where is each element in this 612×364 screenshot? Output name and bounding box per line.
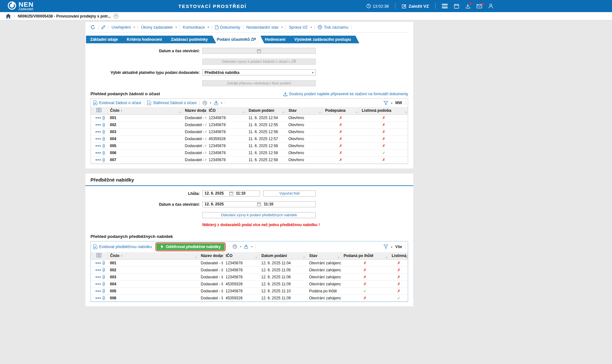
info-icon[interactable] (103, 275, 105, 279)
request-row[interactable]: 001 Dodavatel - školení 2 12345678 11. 6… (91, 114, 408, 121)
info-icon[interactable] (103, 282, 105, 286)
edit-record-icon[interactable] (101, 25, 105, 29)
menu-komunikace[interactable]: Komunikace (183, 25, 209, 30)
column-header[interactable]: Listinná podoba (389, 252, 408, 260)
row-menu-icon[interactable] (96, 269, 101, 271)
filter-caret-icon[interactable] (319, 110, 321, 114)
menu-dokumenty[interactable]: Dokumenty (215, 25, 240, 30)
filter-caret-icon[interactable] (405, 255, 407, 259)
filter-caret-icon[interactable] (195, 255, 197, 259)
decrypt-offers-button[interactable]: Odšifrovat předběžné nabídky (156, 243, 225, 250)
submission-type-select[interactable]: Předběžná nabídka (202, 69, 316, 75)
row-menu-icon[interactable] (96, 276, 101, 278)
info-icon[interactable] (103, 268, 105, 272)
column-header[interactable]: IČO (206, 107, 246, 114)
row-menu-icon[interactable] (96, 117, 101, 118)
offer-row[interactable]: 001 Dodavatel - školení 2 12345678 12. 6… (91, 260, 408, 267)
filter-icon[interactable] (384, 245, 388, 249)
offer-row[interactable]: 006 Dodavatel - školení 6 45359326 12. 6… (91, 295, 408, 302)
column-header[interactable]: Podaná po lhůtě (341, 252, 389, 260)
filter-caret-icon[interactable] (242, 110, 244, 114)
submission-files-link[interactable]: Soubory podání najdete připravené ke sta… (283, 92, 408, 96)
column-header[interactable]: Název dodavatele (182, 107, 206, 114)
info-icon[interactable] (103, 123, 105, 127)
menu-nestandardni-stav[interactable]: Nestandardní stav (246, 25, 283, 30)
column-header[interactable]: Listinná podoba (359, 107, 408, 114)
filter-caret-icon[interactable] (203, 110, 205, 114)
tab-vysledek-zadavaciho-postupu[interactable]: Výsledek zadávacího postupu (290, 36, 359, 43)
row-menu-icon[interactable] (96, 283, 101, 285)
view-caret-icon[interactable] (391, 245, 392, 249)
column-header[interactable]: Stav (286, 107, 322, 114)
menu-icon[interactable] (442, 4, 448, 8)
filter-icon[interactable] (384, 101, 388, 105)
info-icon[interactable] (103, 261, 105, 265)
export-table-button[interactable] (214, 101, 222, 105)
row-menu-icon[interactable] (96, 131, 101, 132)
offer-row[interactable]: 003 Dodavatel - školení 5 12345678 12. 6… (91, 274, 408, 281)
filter-caret-icon[interactable] (179, 110, 181, 114)
filter-caret-icon[interactable] (282, 110, 284, 114)
request-row[interactable]: 006 Dodavatel - školení 8 12345678 11. 6… (91, 149, 408, 156)
view-selector[interactable]: Vše (395, 245, 402, 249)
offer-row[interactable]: 005 Dodavatel - školení 8 12345678 12. 6… (91, 288, 408, 295)
column-header[interactable]: Název dodavatele (198, 252, 223, 260)
column-header[interactable]: Datum podání (246, 107, 286, 114)
info-icon[interactable] (103, 158, 105, 162)
info-icon[interactable] (103, 130, 105, 134)
filter-caret-icon[interactable] (255, 255, 257, 259)
download-requests-button[interactable]: Stáhnout žádosti o účast (147, 101, 197, 105)
info-icon[interactable] (103, 289, 105, 293)
column-header[interactable]: Stav (306, 252, 341, 260)
calculate-deadlines-button[interactable]: Výpočet lhůt (263, 190, 316, 196)
row-menu-icon[interactable] (96, 159, 101, 161)
filter-caret-icon[interactable] (337, 255, 339, 259)
nen-logo[interactable] (8, 1, 16, 10)
calendar-button[interactable] (454, 4, 459, 9)
info-icon[interactable] (103, 116, 105, 120)
request-row[interactable]: 007 Dodavatel - školení 8 12345678 11. 6… (91, 156, 408, 163)
menu-sprava-vz[interactable]: Správa VZ (289, 25, 312, 30)
info-icon[interactable] (103, 144, 105, 148)
calendar-icon[interactable] (228, 191, 234, 195)
calendar-icon[interactable] (256, 202, 262, 206)
column-header[interactable]: Podepsána (322, 107, 359, 114)
row-menu-icon[interactable] (96, 262, 101, 264)
column-settings-icon[interactable] (91, 107, 107, 114)
column-header[interactable]: Datum podání (259, 252, 306, 260)
deadline-time-input[interactable] (234, 191, 260, 196)
messages-button[interactable] (477, 4, 482, 8)
column-header[interactable]: Číslo (107, 107, 182, 114)
create-vz-button[interactable]: Založit VZ (402, 4, 429, 9)
info-icon[interactable] (103, 137, 105, 141)
history-icon[interactable] (90, 25, 95, 30)
column-header[interactable]: IČO (223, 252, 259, 260)
menu-ukony-zadavatele[interactable]: Úkony zadavatele (141, 25, 176, 30)
tab-zakladni-udaje[interactable]: Základní údaje (86, 36, 126, 43)
breadcrumb-item[interactable]: N006/25/V00005438 - Provozování prodejny… (18, 14, 111, 18)
row-menu-icon[interactable] (96, 290, 101, 292)
register-request-button[interactable]: Evidovat žádost o účast (93, 101, 141, 105)
request-row[interactable]: 003 Dodavatel - školení 5 12345678 11. 6… (91, 128, 408, 135)
request-row[interactable]: 005 Dodavatel - školení 7 12345678 11. 6… (91, 142, 408, 149)
menu-uverejneni[interactable]: Uveřejnění (112, 25, 135, 30)
filter-caret-icon[interactable] (405, 110, 407, 114)
filter-caret-icon[interactable] (220, 255, 221, 259)
row-menu-icon[interactable] (96, 138, 101, 139)
tab-kriteria-hodnoceni[interactable]: Kritéria hodnocení (123, 36, 170, 43)
user-profile-button[interactable] (488, 4, 493, 9)
info-icon[interactable] (103, 296, 105, 300)
home-icon[interactable] (6, 14, 11, 18)
close-record-icon[interactable] (114, 14, 119, 18)
downloads-button[interactable] (465, 4, 470, 9)
request-row[interactable]: 004 Dodavatel - školení 6 45359326 11. 6… (91, 135, 408, 142)
filter-caret-icon[interactable] (385, 255, 387, 259)
tab-podani-ucastniku-zp[interactable]: Podání účastníků ZP (212, 36, 264, 43)
print-table-button[interactable] (233, 245, 241, 249)
offer-row[interactable]: 002 Dodavatel - školení 3 12345678 12. 6… (91, 267, 408, 274)
view-caret-icon[interactable] (391, 101, 392, 105)
deadline-date-input[interactable] (203, 191, 228, 196)
opening-date-input[interactable] (203, 202, 256, 207)
view-selector[interactable]: MW (395, 101, 402, 105)
request-row[interactable]: 002 Dodavatel - školení 3 12345678 11. 6… (91, 121, 408, 128)
